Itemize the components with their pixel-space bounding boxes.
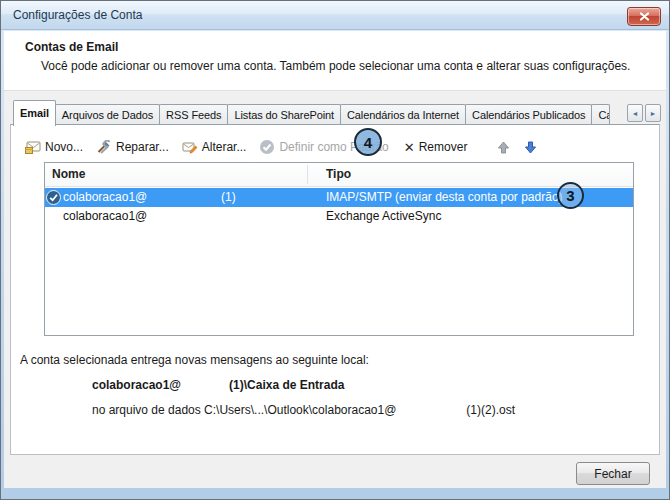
tab-overflow-truncated[interactable]: Ca: [591, 104, 610, 125]
tab-scroller-group: ◄ ►: [624, 104, 661, 122]
delivery-info-text: A conta selecionada entrega novas mensag…: [20, 353, 369, 367]
column-header-name[interactable]: Nome: [52, 167, 85, 181]
change-account-button[interactable]: Alterar...: [182, 140, 247, 154]
move-up-button[interactable]: [496, 140, 511, 155]
account-settings-dialog: Configurações de Conta Contas de Email V…: [0, 0, 670, 500]
fechar-button[interactable]: Fechar: [576, 462, 650, 485]
set-default-check-icon: [259, 139, 275, 155]
new-account-label: Novo...: [45, 140, 83, 154]
delivery-location-line: colaboracao1@ (1)\Caixa de Entrada: [92, 378, 344, 392]
data-file-line: no arquivo de dados C:\Users\...\Outlook…: [92, 403, 515, 417]
redacted-gap: [396, 403, 466, 417]
page-title: Contas de Email: [25, 40, 118, 54]
page-header: Contas de Email Você pode adicionar ou r…: [4, 31, 666, 91]
data-file-name-suffix: (1)(2).ost: [466, 403, 515, 417]
tab-email[interactable]: Email: [13, 100, 56, 126]
account-type: IMAP/SMTP (enviar desta conta por padrão…: [326, 188, 563, 207]
tab-rss-feeds[interactable]: RSS Feeds: [159, 104, 228, 125]
delivery-folder-path: (1)\Caixa de Entrada: [229, 378, 344, 392]
account-type: Exchange ActiveSync: [326, 207, 441, 226]
change-account-label: Alterar...: [202, 140, 247, 154]
account-row[interactable]: colaboracao1@ Exchange ActiveSync: [45, 207, 633, 226]
close-button[interactable]: [627, 7, 661, 26]
data-file-path: no arquivo de dados C:\Users\...\Outlook…: [92, 403, 396, 417]
list-header: Nome Tipo: [45, 163, 633, 187]
repair-tools-icon: [96, 140, 112, 154]
page-description: Você pode adicionar ou remover uma conta…: [41, 59, 630, 73]
account-name-note: (1): [221, 188, 236, 207]
move-down-button[interactable]: [523, 140, 538, 155]
remove-account-button[interactable]: ✕ Remover: [404, 140, 468, 154]
tab-sharepoint-lists[interactable]: Listas do SharePoint: [227, 104, 341, 125]
title-bar[interactable]: Configurações de Conta: [1, 1, 669, 30]
tab-data-files[interactable]: Arquivos de Dados: [55, 104, 160, 125]
new-account-button[interactable]: Novo...: [25, 140, 83, 154]
default-account-check-icon: [46, 190, 61, 205]
chevron-right-icon: ►: [650, 110, 657, 117]
remove-account-label: Remover: [419, 140, 468, 154]
annotation-step-4: 4: [354, 128, 382, 156]
column-header-type[interactable]: Tipo: [326, 167, 351, 181]
new-mail-icon: [25, 140, 41, 154]
accounts-list: Nome Tipo colaboracao1@ (1) IMAP/SMTP (e…: [44, 162, 634, 336]
delivery-account-name: colaboracao1@: [92, 378, 181, 392]
repair-account-label: Reparar...: [116, 140, 169, 154]
arrow-down-icon: [523, 140, 538, 155]
dialog-body: Contas de Email Você pode adicionar ou r…: [4, 31, 666, 488]
annotation-step-3: 3: [557, 182, 584, 209]
account-name: colaboracao1@: [63, 207, 147, 226]
arrow-up-icon: [496, 140, 511, 155]
tab-published-calendars[interactable]: Calendários Publicados: [465, 104, 592, 125]
redacted-gap: [181, 378, 229, 392]
accounts-toolbar: Novo... Reparar...: [25, 136, 538, 158]
repair-account-button[interactable]: Reparar...: [96, 140, 169, 154]
tab-internet-calendars[interactable]: Calendários da Internet: [340, 104, 466, 125]
account-name: colaboracao1@: [63, 188, 147, 207]
remove-x-icon: ✕: [404, 141, 415, 154]
window-title: Configurações de Conta: [13, 8, 142, 22]
tab-strip: Email Arquivos de Dados RSS Feeds Listas…: [13, 99, 661, 125]
tab-scroll-left-button[interactable]: ◄: [627, 104, 643, 122]
chevron-left-icon: ◄: [632, 110, 639, 117]
close-icon: [639, 12, 650, 21]
account-row-selected[interactable]: colaboracao1@ (1) IMAP/SMTP (enviar dest…: [45, 188, 633, 207]
change-mail-icon: [182, 140, 198, 154]
tab-scroll-right-button[interactable]: ►: [645, 104, 661, 122]
email-tab-page: Novo... Reparar...: [10, 124, 660, 455]
column-divider[interactable]: [307, 165, 308, 184]
